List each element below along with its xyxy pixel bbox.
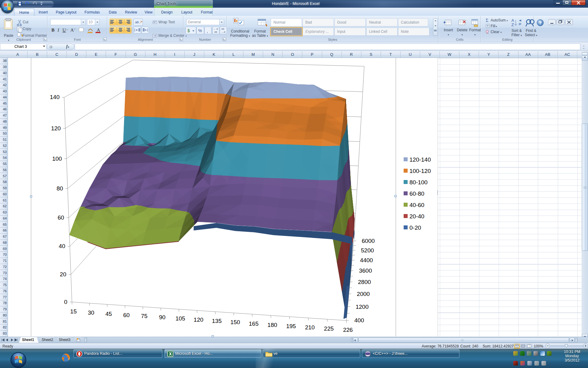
svg-text:40: 40 xyxy=(59,243,65,249)
svg-text:AutoSum: AutoSum xyxy=(491,18,506,22)
svg-text:140: 140 xyxy=(50,94,60,100)
svg-text:▾: ▾ xyxy=(507,19,508,22)
svg-text:180: 180 xyxy=(267,322,277,328)
svg-text:75: 75 xyxy=(141,313,148,319)
svg-text:60: 60 xyxy=(123,312,130,318)
svg-text:100-120: 100-120 xyxy=(409,168,431,174)
svg-text:%: % xyxy=(198,28,202,33)
svg-text:400: 400 xyxy=(354,317,364,324)
svg-text:Z: Z xyxy=(511,22,514,27)
svg-text:.00: .00 xyxy=(221,28,224,30)
svg-text:ab: ab xyxy=(135,20,139,24)
svg-text:60-80: 60-80 xyxy=(409,190,424,197)
svg-text:←.0: ←.0 xyxy=(213,28,218,30)
svg-text:195: 195 xyxy=(286,323,296,329)
svg-text:120: 120 xyxy=(194,316,203,323)
svg-text:0-20: 0-20 xyxy=(409,224,421,231)
svg-text:2000: 2000 xyxy=(357,291,370,297)
svg-text:0: 0 xyxy=(64,299,67,305)
svg-text:A: A xyxy=(511,18,514,23)
svg-text:4400: 4400 xyxy=(360,257,373,263)
svg-text:165: 165 xyxy=(249,320,259,327)
svg-text:150: 150 xyxy=(230,319,240,325)
svg-text:Σ: Σ xyxy=(486,18,488,23)
svg-text:80: 80 xyxy=(57,185,63,192)
svg-text:135: 135 xyxy=(212,318,222,324)
svg-text:120: 120 xyxy=(51,125,61,132)
svg-text:45: 45 xyxy=(105,311,112,317)
svg-text:Clear: Clear xyxy=(491,30,499,34)
svg-text:60: 60 xyxy=(58,214,64,221)
svg-text:$: $ xyxy=(187,28,190,33)
svg-text:.00: .00 xyxy=(214,31,217,33)
svg-text:6000: 6000 xyxy=(362,238,375,244)
svg-text:40-60: 40-60 xyxy=(409,202,424,208)
svg-text:3600: 3600 xyxy=(359,267,372,274)
svg-text:90: 90 xyxy=(159,314,165,320)
svg-text:▾: ▾ xyxy=(500,31,502,34)
svg-text:80-100: 80-100 xyxy=(409,179,428,186)
svg-text:15: 15 xyxy=(70,308,77,315)
svg-text:20-40: 20-40 xyxy=(409,213,424,220)
svg-text:▾: ▾ xyxy=(496,25,497,28)
svg-text:1200: 1200 xyxy=(356,304,368,310)
svg-text:Fill: Fill xyxy=(491,24,495,28)
svg-text:226: 226 xyxy=(343,327,353,333)
svg-text:,: , xyxy=(207,28,208,33)
svg-text:30: 30 xyxy=(88,309,94,316)
svg-text:105: 105 xyxy=(175,315,185,322)
svg-text:225: 225 xyxy=(324,325,334,332)
svg-text:→.0: →.0 xyxy=(221,31,225,33)
svg-text:100: 100 xyxy=(52,155,62,162)
svg-text:20: 20 xyxy=(60,271,66,278)
svg-text:120-140: 120-140 xyxy=(409,156,431,163)
svg-text:2800: 2800 xyxy=(358,279,371,285)
svg-text:210: 210 xyxy=(305,324,315,331)
svg-text:5200: 5200 xyxy=(361,247,374,254)
